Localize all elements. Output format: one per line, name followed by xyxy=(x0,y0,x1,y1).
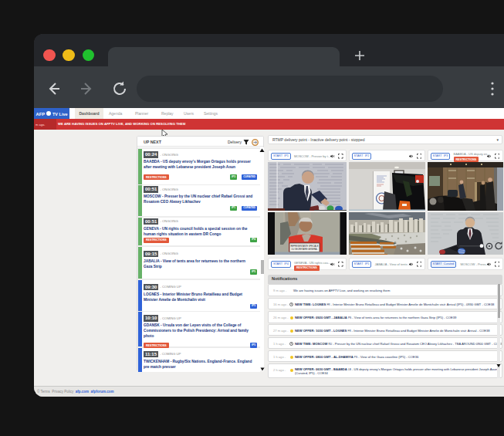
svg-text:REPRESENTANTE SPECIALE: REPRESENTANTE SPECIALE xyxy=(291,244,319,247)
svg-text:DU SECRETAIRE GENERAL: DU SECRETAIRE GENERAL xyxy=(292,247,319,250)
